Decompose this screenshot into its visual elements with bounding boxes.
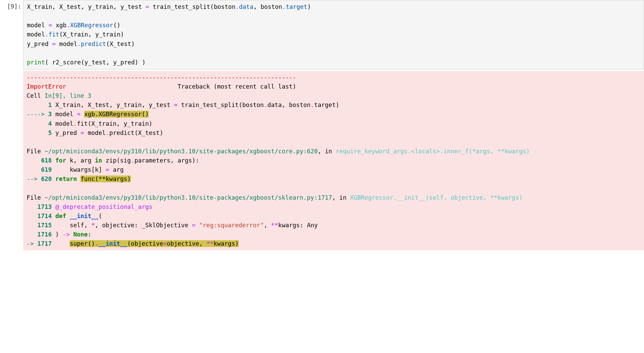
tb-lineno: 1714 (38, 213, 52, 219)
tb-lineno: 1715 (38, 222, 52, 229)
op-dot: . (77, 41, 81, 47)
func-init: __init__ (70, 213, 98, 219)
tb-line-text: k, arg (66, 157, 95, 164)
tb-highlight: xgb.XGBRegressor() (84, 111, 149, 118)
op-dot: . (131, 157, 135, 164)
op-dot: . (264, 102, 267, 108)
tb-line-text: kwargs[k] (52, 166, 106, 173)
tb-file-pre: File (27, 194, 45, 201)
tb-hl-text: objective, (167, 240, 206, 247)
code-text: y_pred (27, 41, 52, 47)
tb-highlight: super().__init__(objective=objective, **… (70, 240, 238, 247)
op-eq: = (77, 111, 81, 118)
tb-line-text: model (52, 120, 73, 127)
tb-lineno: 619 (41, 166, 52, 173)
tb-file-in: , in (318, 148, 336, 155)
op-eq: = (146, 3, 149, 10)
tb-space (70, 231, 73, 238)
op-dot: . (106, 129, 109, 136)
tb-pointer-arrow: ----> (27, 111, 48, 118)
op-dot: . (67, 22, 70, 29)
tb-line-text: ) (52, 231, 63, 238)
tb-file-pre: File (27, 148, 45, 155)
tb-location-where: In[9], line 3 (45, 92, 91, 99)
op-dot: . (310, 102, 314, 108)
code-text: model (56, 41, 77, 47)
tb-func-signature: XGBRegressor.__init__(self, objective, *… (350, 194, 523, 201)
func-init: __init__ (99, 240, 127, 247)
class-xgbregressor: XGBRegressor (70, 22, 113, 29)
tb-location-pre: Cell (27, 92, 45, 99)
tb-space (52, 213, 56, 219)
tb-line-text: target) (314, 102, 339, 108)
op-eq: = (80, 129, 84, 136)
tb-lineno: 1 (48, 102, 52, 108)
tb-lineno: 5 (48, 129, 52, 136)
str-literal: "reg:squarederror" (199, 222, 264, 229)
builtin-print: print (27, 59, 45, 66)
tb-pointer-arrow: --> (27, 175, 41, 182)
prompt-number: 9 (11, 3, 14, 10)
tb-lineno: 4 (48, 120, 52, 127)
tb-line-text: X_train, X_test, y_train, y_test (52, 102, 174, 108)
kw-none: None (73, 231, 88, 238)
tb-hl-text: super() (70, 240, 95, 247)
tb-lineno: 618 (41, 157, 52, 164)
kw-in: in (95, 157, 102, 164)
tb-line-text: arg (109, 166, 123, 173)
code-text: , boston (253, 3, 282, 10)
op-dot: . (73, 120, 77, 127)
op-star: * (91, 222, 95, 229)
tb-lineno: 3 (48, 111, 52, 118)
tb-space (52, 240, 70, 247)
kw-def: def (55, 213, 66, 219)
tb-line-text: data, boston (267, 102, 310, 108)
tb-line-text: fit(X_train, y_train) (77, 120, 152, 127)
tb-lineno: 1713 (38, 203, 52, 210)
tb-func-signature: require_keyword_args.<locals>.inner_f(*a… (336, 148, 530, 155)
code-text: train_test_split(boston (149, 3, 235, 10)
tb-space (66, 213, 70, 219)
tb-space (80, 111, 84, 118)
tb-lineno: 1716 (38, 231, 52, 238)
tb-file-path: ~/opt/miniconda3/envs/py310/lib/python3.… (45, 194, 332, 201)
tb-line-text: , (264, 222, 271, 229)
tb-hl-text: (objective (127, 240, 163, 247)
code-text: model (27, 22, 48, 29)
code-text: () (113, 22, 120, 29)
op-dot: . (235, 3, 239, 10)
cell-prompt: [9]: (0, 0, 23, 11)
tb-line-text: model (52, 111, 77, 118)
tb-line-text: kwargs: Any (278, 222, 318, 229)
tb-file-path: ~/opt/miniconda3/envs/py310/lib/python3.… (45, 148, 318, 155)
code-input[interactable]: X_train, X_test, y_train, y_test = train… (23, 0, 644, 70)
tb-line-text: train_test_split(boston (178, 102, 264, 108)
op-dot: . (95, 240, 99, 247)
op-eq: = (192, 222, 196, 229)
op-eq: = (163, 240, 167, 247)
code-text: (X_test) (106, 41, 135, 47)
tb-line-text: y_pred (52, 129, 80, 136)
tb-space (52, 203, 56, 210)
tb-line-text: self, (52, 222, 91, 229)
tb-line-text: predict(X_test) (109, 129, 163, 136)
code-text: xgb (52, 22, 67, 29)
tb-lineno: 620 (41, 175, 52, 182)
attr-data: data (239, 3, 253, 10)
op-dstar: ** (206, 240, 214, 247)
code-text: X_train, X_test, y_train, y_test (27, 3, 146, 10)
op-arrow: -> (62, 231, 70, 238)
tb-colon: : (88, 231, 91, 238)
tb-header-label: Traceback (most recent call last) (178, 83, 296, 90)
decorator: @_deprecate_positional_args (55, 203, 152, 210)
tb-file-in: , in (332, 194, 350, 201)
tb-line-text: zip(sig (102, 157, 131, 164)
traceback-output[interactable]: ----------------------------------------… (23, 71, 644, 250)
tb-hl-text: kwargs) (214, 240, 239, 247)
tb-line-text: ( (99, 213, 102, 219)
code-text: ) (307, 3, 311, 10)
output-prompt-empty (0, 70, 23, 72)
tb-space (52, 175, 56, 182)
prompt-close: ]: (14, 3, 21, 10)
tb-lineno: 1717 (38, 240, 52, 247)
